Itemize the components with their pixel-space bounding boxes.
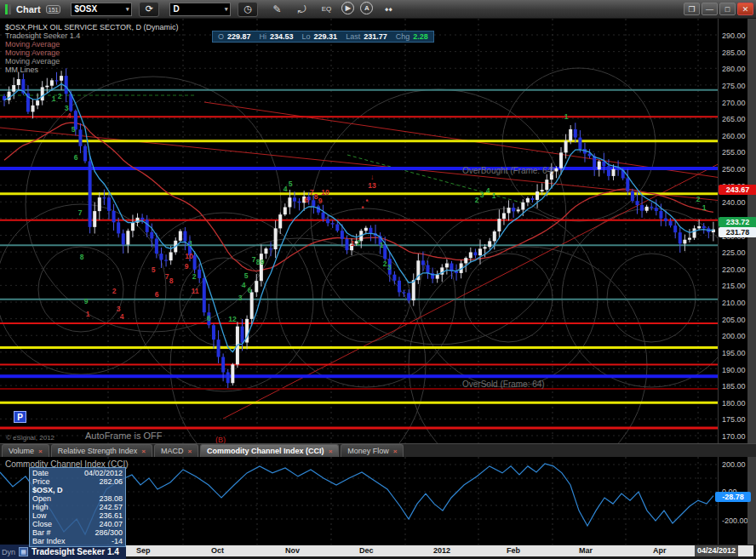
svg-text:1: 1 [52,94,56,103]
svg-text:1: 1 [564,112,569,121]
price-chart-canvas[interactable]: 1235678912612345678945212323411214123456… [0,19,718,443]
close-button[interactable]: ✕ [737,3,753,15]
window-badge: 151 [46,5,61,14]
maximize-button[interactable]: □ [719,3,736,15]
close-icon[interactable]: × [38,448,43,455]
close-icon[interactable]: × [329,448,333,455]
price-tick-label: 170.00 [722,432,746,441]
legend-entry: Moving Average [5,57,178,66]
svg-text:2: 2 [696,195,701,203]
ohlc-value: 2.28 [413,32,428,41]
tab-label: Commodity Channel Index (CCI) [207,447,324,455]
tab-volume[interactable]: Volume× [2,444,49,457]
svg-text:2: 2 [357,238,361,247]
databox-value: 04/02/2012 [84,469,123,477]
svg-text:5: 5 [72,125,76,134]
play-icon[interactable]: ▶ [341,2,354,14]
tab-relative-strength-index[interactable]: Relative Strength Index× [51,444,152,457]
overbought-label: OverBought (Frame: 64) [462,166,554,175]
tab-commodity-channel-index-cci-[interactable]: Commodity Channel Index (CCI)× [200,444,339,457]
ohlc-field: O229.87 [218,32,251,41]
legend-entry: MM Lines [5,66,178,74]
redo-arrow-icon[interactable]: ⤾ [292,2,311,17]
restore-button[interactable]: ❐ [684,3,700,15]
svg-text:9: 9 [261,258,265,266]
chart-legend: $OSX,PHLX OIL SERVICE SECTOR, D (Dynamic… [5,23,178,74]
fib-grid-icon[interactable]: ▦ [19,547,28,556]
svg-text:9: 9 [185,262,189,271]
minimize-button[interactable]: — [702,3,718,15]
tab-money-flow[interactable]: Money Flow× [341,444,404,457]
databox-row: High242.57 [32,503,123,511]
price-tick-label: 250.00 [722,165,746,174]
price-axis[interactable]: 290.00285.00280.00275.00270.00265.00260.… [718,19,747,443]
refresh-button[interactable]: ⟳ [139,2,159,17]
date-axis[interactable]: 04/24/2012 SepOctNovDec2012FebMarApr [126,545,753,556]
quote-board-icon[interactable]: EQ [317,2,335,17]
databox-row: Bar Index-14 [32,537,123,545]
ohlc-value: 231.77 [364,32,387,41]
ohlc-field: Last231.77 [346,32,387,41]
month-label: Nov [285,545,300,556]
svg-text:2: 2 [112,287,117,295]
price-tick-label: 285.00 [722,48,746,57]
price-badge: 243.67 [719,185,756,195]
ohlc-value: 229.87 [227,32,251,41]
price-tick-label: 195.00 [722,349,746,357]
ohlc-label: Chg [396,32,410,41]
databox-value: -14 [112,537,123,545]
close-icon[interactable]: × [393,448,398,455]
ohlc-label: Hi [260,32,267,41]
legend-entry: Moving Average [5,48,178,57]
svg-text:4: 4 [284,185,288,193]
link-status-icon [5,4,11,14]
cci-panel: 200.000.00-200.00 Commodity Channel Inde… [0,457,756,545]
p-marker-badge[interactable]: P [14,411,26,423]
svg-text:6: 6 [155,290,159,299]
svg-text:5: 5 [244,271,249,280]
interval-select[interactable]: D▾ [169,3,231,16]
month-label: Dec [359,545,374,556]
svg-text:13: 13 [368,181,376,190]
svg-text:1: 1 [351,239,355,248]
databox-label: Bar Index [32,537,66,545]
svg-text:7: 7 [78,208,83,217]
ohlc-field: Hi234.53 [260,32,294,41]
tab-macd[interactable]: MACD× [154,444,198,457]
databox-row: Close240.07 [32,520,123,528]
clock-icon: ◷ [244,3,253,14]
svg-text:9: 9 [84,297,89,305]
ohlc-value: 229.31 [314,32,338,41]
close-icon[interactable]: × [187,448,192,455]
auto-icon[interactable]: A [360,2,373,14]
svg-text:1: 1 [492,191,496,200]
dyn-label: Dyn [2,548,15,556]
databox-row: Bar #286/300 [32,528,123,537]
eraser-icon[interactable]: ⬩⬩ [379,2,398,17]
svg-text:2: 2 [192,272,197,281]
time-template-button[interactable]: ◷ [238,2,258,17]
window-title: Chart [16,4,41,14]
price-tick-label: 210.00 [722,299,746,307]
month-label: 2012 [433,545,450,556]
app-name-label: Tradesight Seeker 1.4 [32,547,119,556]
current-date-badge: 04/24/2012 [695,545,738,556]
price-tick-label: 290.00 [722,31,746,40]
svg-text:2: 2 [58,92,62,100]
price-tick-label: 205.00 [722,316,746,324]
ohlc-field: Chg2.28 [396,32,428,41]
svg-text:4: 4 [242,281,246,289]
pencil-icon[interactable]: ✎ [267,2,286,17]
svg-text:↓: ↓ [370,173,374,181]
symbol-input[interactable]: $OSX▾ [71,3,132,16]
ohlc-label: Lo [302,32,311,41]
refresh-icon: ⟳ [146,3,153,14]
databox-label: High [32,503,49,511]
svg-text:5: 5 [152,265,156,274]
databox-row: Low236.61 [32,511,123,520]
svg-text:1: 1 [380,241,384,249]
svg-text:•: • [366,197,369,205]
close-icon[interactable]: × [141,448,146,455]
databox-value: 286/300 [94,528,123,537]
price-tick-label: 280.00 [722,65,746,73]
